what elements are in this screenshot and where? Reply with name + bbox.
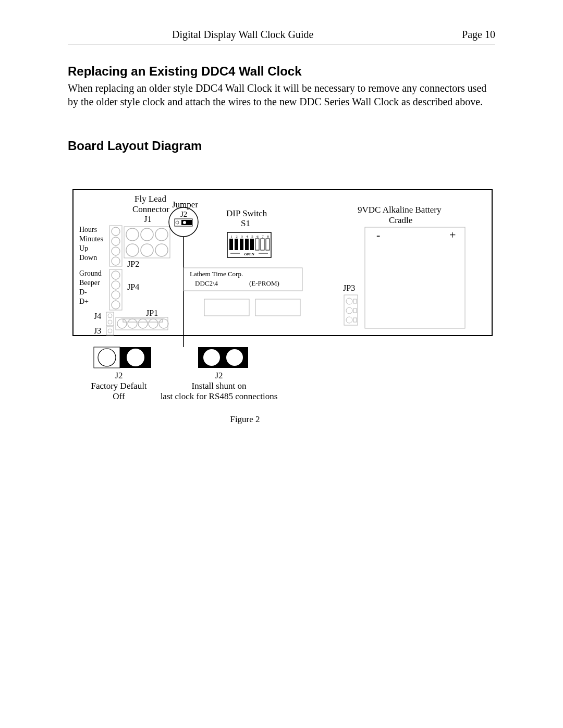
svg-text:(E-PROM): (E-PROM) — [249, 279, 279, 287]
svg-text:1: 1 — [230, 235, 232, 239]
svg-rect-80 — [204, 299, 249, 316]
svg-point-32 — [108, 314, 112, 318]
svg-text:OPEN: OPEN — [244, 252, 254, 256]
svg-point-20 — [126, 228, 139, 241]
svg-text:D+: D+ — [79, 298, 89, 305]
svg-text:Jumper: Jumper — [172, 200, 198, 209]
svg-text:JP1: JP1 — [146, 309, 158, 317]
header-title: Digital Display Wall Clock Guide — [172, 29, 313, 41]
svg-point-52 — [183, 221, 186, 224]
svg-point-86 — [346, 307, 352, 314]
svg-text:Minutes: Minutes — [79, 235, 103, 243]
svg-point-22 — [155, 228, 168, 241]
svg-text:Figure 2: Figure 2 — [230, 414, 260, 424]
svg-point-36 — [108, 329, 112, 333]
svg-point-97 — [127, 349, 144, 366]
svg-point-18 — [112, 301, 120, 309]
svg-text:Install shunt on: Install shunt on — [192, 381, 247, 391]
svg-point-105 — [226, 349, 243, 366]
svg-rect-85 — [353, 299, 357, 303]
svg-text:Connector: Connector — [132, 204, 169, 214]
svg-rect-92 — [365, 227, 465, 328]
svg-text:Fly Lead: Fly Lead — [134, 194, 166, 204]
svg-text:J1: J1 — [144, 214, 152, 224]
svg-point-41 — [128, 319, 137, 328]
svg-text:8: 8 — [267, 235, 269, 239]
svg-text:Lathem Time Corp.: Lathem Time Corp. — [190, 270, 243, 278]
svg-point-10 — [112, 227, 120, 236]
svg-rect-66 — [235, 239, 238, 250]
section2-heading: Board Layout Diagram — [68, 139, 495, 153]
svg-point-23 — [126, 244, 139, 256]
svg-point-21 — [141, 228, 153, 241]
svg-rect-71 — [261, 239, 264, 250]
svg-rect-68 — [245, 239, 249, 250]
header-page: Page 10 — [462, 29, 495, 41]
svg-text:7: 7 — [262, 235, 264, 239]
svg-text:Hours: Hours — [79, 226, 97, 233]
svg-point-88 — [346, 317, 352, 323]
svg-text:-: - — [376, 228, 380, 241]
svg-point-43 — [149, 319, 158, 328]
svg-rect-69 — [250, 239, 254, 250]
svg-point-99 — [98, 349, 116, 366]
svg-point-24 — [141, 244, 153, 256]
svg-text:Down: Down — [79, 254, 97, 262]
svg-point-51 — [176, 221, 179, 224]
svg-text:4: 4 — [246, 235, 248, 239]
svg-text:6: 6 — [256, 235, 259, 239]
svg-rect-35 — [106, 327, 114, 335]
svg-text:JP4: JP4 — [127, 282, 139, 291]
section1-heading: Replacing an Existing DDC4 Wall Clock — [68, 64, 495, 79]
svg-rect-67 — [240, 239, 243, 250]
svg-text:2: 2 — [236, 235, 238, 239]
svg-text:J3: J3 — [94, 326, 101, 335]
svg-text:Beeper: Beeper — [79, 279, 100, 287]
svg-text:D-: D- — [79, 288, 87, 296]
svg-text:Ground: Ground — [79, 269, 102, 277]
svg-point-11 — [112, 237, 120, 245]
svg-point-17 — [112, 291, 120, 299]
svg-text:5: 5 — [251, 235, 253, 239]
svg-text:3: 3 — [241, 235, 243, 239]
svg-point-12 — [112, 247, 120, 255]
svg-rect-87 — [353, 309, 357, 313]
svg-text:DDC2\4: DDC2\4 — [195, 279, 218, 287]
svg-text:+: + — [449, 228, 456, 241]
svg-point-104 — [203, 349, 220, 366]
svg-point-25 — [155, 244, 168, 256]
svg-point-42 — [138, 319, 148, 328]
svg-point-40 — [117, 319, 127, 328]
svg-rect-70 — [255, 239, 259, 250]
svg-point-44 — [159, 319, 168, 328]
svg-text:J2: J2 — [115, 371, 123, 380]
svg-rect-89 — [353, 318, 357, 322]
svg-text:last clock for RS485 connectio: last clock for RS485 connections — [161, 391, 278, 401]
svg-point-84 — [346, 298, 352, 304]
svg-rect-31 — [106, 312, 114, 326]
svg-text:S1: S1 — [241, 218, 250, 228]
svg-text:JP2: JP2 — [127, 260, 139, 268]
svg-rect-72 — [266, 239, 270, 250]
svg-text:J2: J2 — [180, 210, 187, 218]
svg-point-13 — [112, 257, 120, 265]
svg-point-33 — [108, 320, 112, 324]
svg-text:Off: Off — [113, 391, 125, 401]
section1-body: When replacing an older style DDC4 Wall … — [68, 82, 495, 108]
svg-text:9VDC Alkaline Battery: 9VDC Alkaline Battery — [358, 205, 442, 215]
svg-text:DIP Switch: DIP Switch — [226, 208, 267, 218]
svg-rect-81 — [255, 299, 300, 316]
header-rule — [68, 44, 495, 44]
svg-text:Factory Default: Factory Default — [91, 381, 146, 391]
svg-point-16 — [112, 281, 120, 289]
svg-text:Cradle: Cradle — [389, 215, 412, 225]
svg-text:J2: J2 — [215, 371, 223, 380]
svg-text:Up: Up — [79, 244, 88, 252]
svg-text:J4: J4 — [94, 312, 101, 320]
svg-rect-19 — [124, 227, 170, 258]
svg-rect-65 — [229, 239, 233, 250]
svg-point-15 — [112, 271, 120, 279]
svg-text:JP3: JP3 — [343, 283, 355, 292]
board-layout-diagram: Hours Minutes Up Down Ground Beeper D- D… — [68, 165, 495, 427]
